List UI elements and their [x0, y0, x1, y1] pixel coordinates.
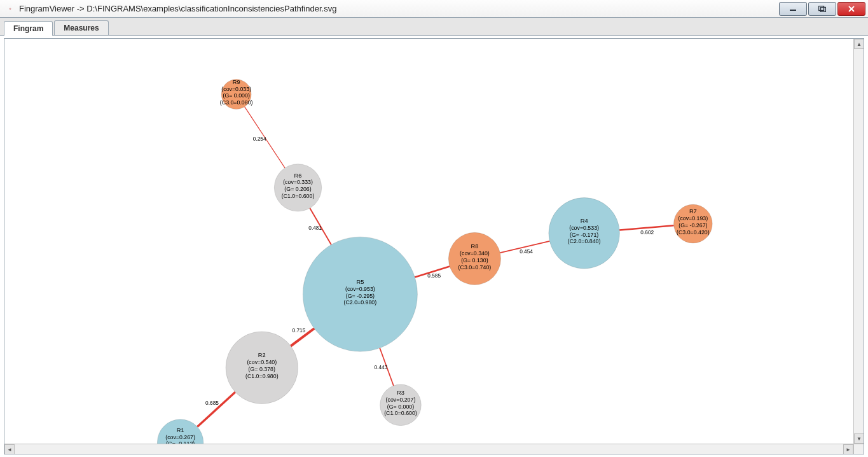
tabstrip: Fingram Measures [0, 18, 868, 36]
node-R3[interactable]: R3(cov=0.207)(G= 0.000)(C1.0=0.600) [380, 384, 422, 426]
edge-label: 0.254 [253, 136, 266, 142]
edge-label: 0.585 [427, 272, 441, 279]
close-button[interactable] [837, 2, 865, 16]
minimize-button[interactable] [779, 2, 807, 16]
node-R8[interactable]: R8(cov=0.340)(G= 0.130)(C3.0=0.740) [448, 232, 500, 285]
window-controls [778, 2, 865, 16]
svg-rect-2 [821, 7, 826, 11]
scroll-right-icon[interactable]: ► [843, 444, 853, 454]
edge-label: 0.443 [375, 364, 388, 370]
diagram-canvas[interactable]: 0.2540.4810.7150.6850.4430.5850.4540.602… [4, 38, 864, 454]
window-title: FingramViewer -> D:\FINGRAMS\examples\cl… [19, 4, 778, 13]
scroll-left-icon[interactable]: ◄ [4, 444, 15, 454]
svg-rect-0 [790, 10, 796, 11]
edge-label: 0.685 [205, 400, 219, 406]
scrollbar-corner [853, 444, 864, 454]
node-R1[interactable]: R1(cov=0.267)(G= -0.112)(C2.0=0.500) [157, 419, 203, 444]
scroll-up-icon[interactable]: ▲ [854, 39, 864, 49]
node-R7[interactable]: R7(cov=0.193)(G= -0.267)(C3.0=0.420) [674, 204, 713, 243]
node-R5[interactable]: R5(cov=0.953)(G= -0.295)(C2.0=0.980) [303, 237, 417, 351]
horizontal-scrollbar[interactable]: ◄ ► [4, 444, 853, 454]
maximize-button[interactable] [808, 2, 836, 16]
vertical-scrollbar[interactable]: ▲ ▼ [853, 39, 864, 444]
edge-R2-R1 [197, 392, 235, 427]
node-R9[interactable]: R9(cov=0.033)(G= 0.000)(C3.0=0.080) [220, 79, 253, 109]
edge-label: 0.602 [640, 229, 654, 236]
edge-label: 0.481 [308, 225, 322, 231]
graph-svg[interactable]: 0.2540.4810.7150.6850.4430.5850.4540.602… [4, 39, 853, 444]
node-R6[interactable]: R6(cov=0.333)(G= 0.206)(C1.0=0.600) [274, 164, 321, 211]
node-label: R9(cov=0.033)(G= 0.000)(C3.0=0.080) [220, 79, 253, 106]
svg-rect-1 [819, 6, 824, 10]
node-R4[interactable]: R4(cov=0.533)(G= -0.171)(C2.0=0.840) [549, 198, 620, 269]
window-titlebar: ◦ FingramViewer -> D:\FINGRAMS\examples\… [0, 0, 868, 18]
edge-label: 0.715 [293, 327, 306, 334]
tab-fingram[interactable]: Fingram [4, 21, 53, 36]
app-icon: ◦ [5, 4, 15, 14]
scroll-down-icon[interactable]: ▼ [854, 433, 864, 444]
node-R2[interactable]: R2(cov=0.540)(G= 0.378)(C1.0=0.980) [226, 332, 298, 404]
edge-label: 0.454 [520, 248, 533, 255]
tab-measures[interactable]: Measures [54, 20, 108, 35]
